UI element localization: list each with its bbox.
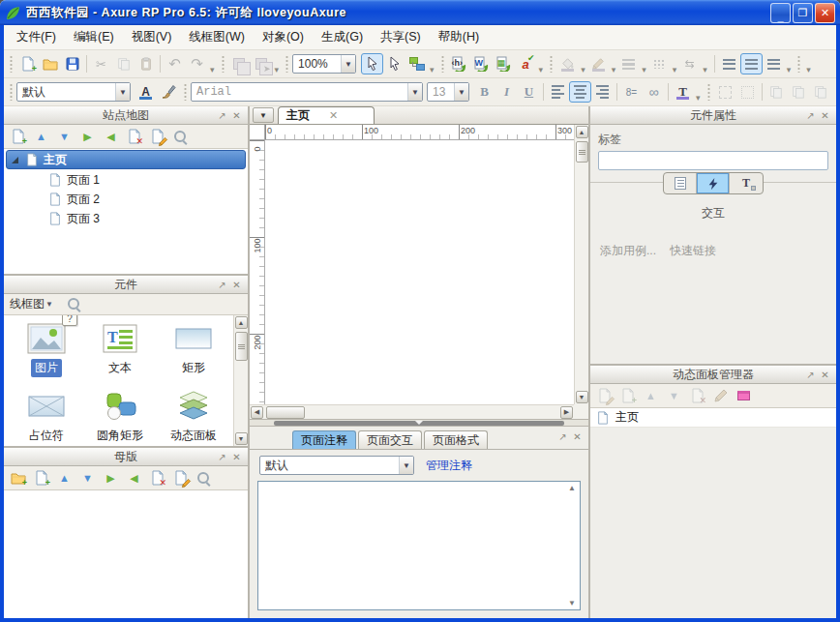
arrow-style-icon[interactable]: ⇆ xyxy=(678,53,701,74)
fill-color-icon[interactable] xyxy=(556,53,579,74)
underline-icon[interactable]: U xyxy=(518,81,540,103)
font-select[interactable]: Arial ▼ xyxy=(191,82,423,102)
move-up-icon[interactable]: ▲ xyxy=(53,467,75,489)
menu-edit[interactable]: 编辑(E) xyxy=(65,25,123,49)
cut-icon[interactable]: ✂ xyxy=(90,53,112,74)
tab-page-notes[interactable]: 页面注释 xyxy=(292,430,356,449)
dropdown-arrow-icon[interactable]: ▼ xyxy=(45,300,53,309)
indent-icon[interactable]: ▶ xyxy=(76,126,99,147)
bullet-list-icon[interactable]: 8= xyxy=(620,81,643,103)
panel-manager-item-home[interactable]: 主页 xyxy=(590,408,836,428)
scroll-left-icon[interactable]: ◀ xyxy=(251,406,263,419)
tab-page-formatting[interactable]: 页面格式 xyxy=(424,430,488,449)
canvas-vertical-scrollbar[interactable]: ▲ ▼ xyxy=(574,125,588,404)
menu-file[interactable]: 文件(F) xyxy=(8,25,65,49)
close-button[interactable]: ✕ xyxy=(815,3,835,23)
copy-format-icon[interactable] xyxy=(228,53,251,74)
scroll-up-icon[interactable]: ▲ xyxy=(235,316,248,329)
add-master-icon[interactable]: + xyxy=(30,467,52,489)
move-down-icon[interactable]: ▼ xyxy=(53,126,75,147)
dropdown-arrow-icon[interactable]: ▼ xyxy=(454,83,468,101)
widgets-scrollbar[interactable]: ▲ ▼ xyxy=(233,315,248,446)
connector-mode-icon[interactable] xyxy=(405,53,428,74)
style-select[interactable]: 默认 ▼ xyxy=(16,82,131,102)
open-icon[interactable] xyxy=(39,53,61,74)
scroll-right-icon[interactable]: ▶ xyxy=(560,406,573,419)
line-color-icon[interactable] xyxy=(587,53,610,74)
page-tab-home[interactable]: 主页 ✕ xyxy=(278,106,375,124)
outdent-icon[interactable]: ◀ xyxy=(123,467,145,489)
add-page-icon[interactable]: + xyxy=(7,126,29,147)
tree-item-page1[interactable]: 页面 1 xyxy=(4,170,248,190)
tab-list-dropdown-icon[interactable]: ▼ xyxy=(253,107,274,123)
dropdown-arrow-icon[interactable]: ▾ xyxy=(581,65,585,77)
toolbar-grip[interactable] xyxy=(10,55,13,73)
apply-format-icon[interactable]: ➤ xyxy=(251,53,273,74)
menu-help[interactable]: 帮助(H) xyxy=(430,25,488,49)
menu-wireframe[interactable]: 线框图(W) xyxy=(180,25,254,49)
search-icon[interactable] xyxy=(169,126,192,147)
align-text-middle-icon[interactable] xyxy=(740,53,763,74)
close-panel-icon[interactable]: ✕ xyxy=(818,108,832,122)
toolbar-grip[interactable] xyxy=(10,83,13,101)
save-icon[interactable] xyxy=(61,53,83,74)
tree-item-page2[interactable]: 页面 2 xyxy=(4,190,248,209)
toolbar-overflow-icon[interactable]: ▾ xyxy=(787,65,792,77)
toolbar-grip[interactable] xyxy=(285,55,288,73)
popout-icon[interactable]: ↗ xyxy=(215,108,229,122)
font-size-select[interactable]: 13 ▼ xyxy=(427,82,469,102)
insert-link-icon[interactable]: ∞ xyxy=(643,81,665,103)
design-canvas[interactable] xyxy=(265,140,574,404)
minimize-button[interactable]: _ xyxy=(770,3,791,23)
scroll-thumb[interactable] xyxy=(266,406,305,419)
panel-state-icon[interactable] xyxy=(733,385,755,406)
widget-item-rectangle[interactable]: 矩形 xyxy=(157,323,230,377)
horizontal-splitter[interactable] xyxy=(250,419,588,427)
search-icon[interactable] xyxy=(193,467,215,489)
undo-icon[interactable]: ↶ xyxy=(164,53,186,74)
dropdown-arrow-icon[interactable]: ▾ xyxy=(642,65,646,77)
align-right-icon[interactable] xyxy=(591,81,614,103)
bring-forward-icon[interactable] xyxy=(810,81,832,103)
scroll-down-icon[interactable]: ▼ xyxy=(576,391,588,403)
rename-panel-icon[interactable] xyxy=(709,385,732,406)
bring-front-icon[interactable] xyxy=(765,81,788,103)
line-width-icon[interactable] xyxy=(617,53,640,74)
toolbar-grip[interactable] xyxy=(441,55,444,73)
tab-page-interactions[interactable]: 页面交互 xyxy=(358,430,422,449)
formatting-tab-icon[interactable]: T xyxy=(730,173,763,193)
copy-icon[interactable] xyxy=(112,53,135,74)
close-panel-icon[interactable]: ✕ xyxy=(229,450,244,463)
align-center-icon[interactable] xyxy=(569,81,591,103)
popout-icon[interactable]: ↗ xyxy=(215,278,229,291)
align-text-top-icon[interactable] xyxy=(718,53,740,74)
rename-page-icon[interactable] xyxy=(146,126,168,147)
menu-share[interactable]: 共享(S) xyxy=(372,25,430,49)
dropdown-arrow-icon[interactable]: ▼ xyxy=(399,457,413,474)
dropdown-arrow-icon[interactable]: ▼ xyxy=(341,55,355,73)
select-mode-icon[interactable] xyxy=(361,53,383,74)
scroll-up-icon[interactable]: ▲ xyxy=(568,484,576,492)
widget-library-select[interactable]: 线框图 xyxy=(10,296,45,312)
send-back-icon[interactable] xyxy=(788,81,810,103)
note-set-select[interactable]: 默认 ▼ xyxy=(259,456,414,475)
scroll-up-icon[interactable]: ▲ xyxy=(576,126,588,138)
move-down-icon[interactable]: ▼ xyxy=(663,385,685,406)
bold-icon[interactable]: B xyxy=(473,81,495,103)
menu-object[interactable]: 对象(O) xyxy=(254,25,313,49)
scroll-down-icon[interactable]: ▼ xyxy=(568,599,576,607)
toolbar-grip[interactable] xyxy=(550,55,553,73)
group-icon[interactable] xyxy=(714,81,736,103)
align-left-icon[interactable] xyxy=(547,81,569,103)
rename-master-icon[interactable] xyxy=(169,467,192,489)
indent-icon[interactable]: ▶ xyxy=(100,467,122,489)
search-icon[interactable] xyxy=(63,294,85,315)
delete-page-icon[interactable]: ✕ xyxy=(123,126,145,147)
ungroup-icon[interactable] xyxy=(736,81,759,103)
page-note-textarea[interactable] xyxy=(258,482,580,609)
add-case-link[interactable]: 添加用例... xyxy=(600,243,656,259)
tree-item-home[interactable]: 主页 xyxy=(6,150,246,169)
menu-view[interactable]: 视图(V) xyxy=(123,25,181,49)
send-backward-icon[interactable] xyxy=(832,81,836,103)
dropdown-arrow-icon[interactable]: ▾ xyxy=(703,65,707,77)
